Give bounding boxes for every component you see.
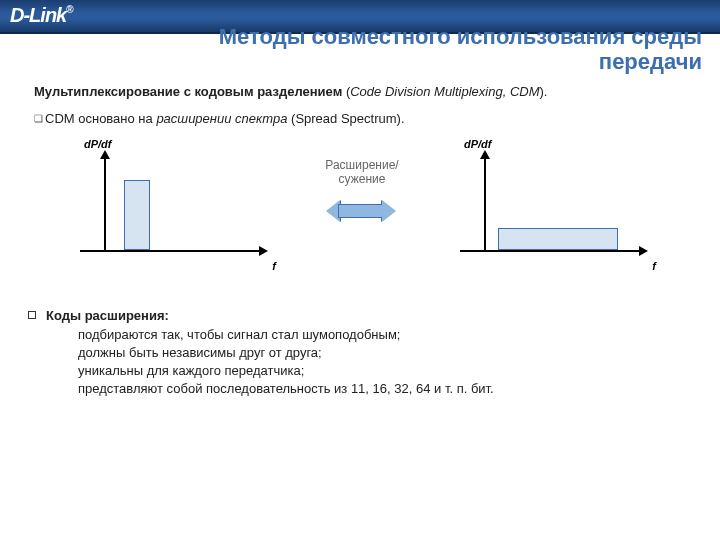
code-item-1: должны быть независимы друг от друга; bbox=[78, 345, 322, 360]
double-arrow-icon bbox=[326, 200, 396, 222]
hollow-square-icon bbox=[28, 311, 36, 319]
list-bullet-icon bbox=[60, 331, 66, 337]
registered-mark: ® bbox=[66, 4, 72, 15]
narrow-bar bbox=[124, 180, 150, 250]
intro-bold: Мультиплексирование с кодовым разделение… bbox=[34, 84, 342, 99]
y-axis-left bbox=[104, 158, 106, 252]
codes-list: подбираются так, чтобы сигнал стал шумоп… bbox=[60, 327, 690, 396]
arrow-shaft bbox=[338, 204, 384, 218]
cdm-bullet: ❏CDM основано на расширении спектра (Spr… bbox=[34, 111, 690, 126]
codes-heading-row: Коды расширения: bbox=[28, 308, 690, 323]
spread-plot: dP/df f bbox=[454, 140, 654, 270]
content-area: Мультиплексирование с кодовым разделение… bbox=[34, 84, 690, 399]
intro-paragraph: Мультиплексирование с кодовым разделение… bbox=[34, 84, 690, 99]
wide-bar bbox=[498, 228, 618, 250]
code-item-3: представляют собой последовательность из… bbox=[78, 381, 494, 396]
list-item: должны быть независимы друг от друга; bbox=[60, 345, 690, 360]
cdm-lead: CDM основано на bbox=[45, 111, 156, 126]
intro-close: ). bbox=[540, 84, 548, 99]
x-axis-label-right: f bbox=[652, 260, 656, 272]
codes-heading: Коды расширения: bbox=[46, 308, 169, 323]
page-title: Методы совместного использования среды п… bbox=[60, 24, 720, 75]
narrowband-plot: dP/df f bbox=[74, 140, 274, 270]
list-item: представляют собой последовательность из… bbox=[60, 381, 690, 396]
code-item-2: уникальны для каждого передатчика; bbox=[78, 363, 304, 378]
cdm-tail: (Spread Spectrum). bbox=[287, 111, 404, 126]
spread-collapse-label: Расширение/ сужение bbox=[302, 158, 422, 187]
intro-italic: Code Division Multiplexing, CDM bbox=[350, 84, 539, 99]
bullet-square-icon: ❏ bbox=[34, 113, 45, 124]
x-axis-right bbox=[460, 250, 640, 252]
y-axis-right bbox=[484, 158, 486, 252]
codes-block: Коды расширения: подбираются так, чтобы … bbox=[34, 308, 690, 396]
list-bullet-icon bbox=[60, 349, 66, 355]
list-bullet-icon bbox=[60, 385, 66, 391]
code-item-0: подбираются так, чтобы сигнал стал шумоп… bbox=[78, 327, 400, 342]
y-axis-label-right: dP/df bbox=[464, 138, 492, 150]
list-item: уникальны для каждого передатчика; bbox=[60, 363, 690, 378]
cdm-em: расширении спектра bbox=[156, 111, 287, 126]
diagram-row: dP/df f Расширение/ сужение dP/df f bbox=[34, 140, 690, 290]
y-axis-label-left: dP/df bbox=[84, 138, 112, 150]
brand-text: D-Link bbox=[10, 4, 66, 26]
x-axis-label-left: f bbox=[272, 260, 276, 272]
x-axis-left bbox=[80, 250, 260, 252]
arrow-head-right-icon bbox=[382, 200, 396, 222]
list-bullet-icon bbox=[60, 367, 66, 373]
list-item: подбираются так, чтобы сигнал стал шумоп… bbox=[60, 327, 690, 342]
